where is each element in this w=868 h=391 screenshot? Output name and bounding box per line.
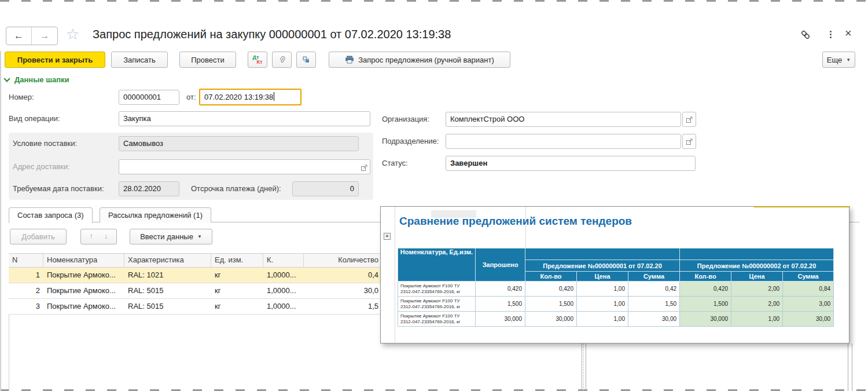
column-header-quantity: Количество [304,254,382,267]
dtkt-icon: Дт Кт [253,55,263,64]
comparison-row[interactable]: Покрытие Армокот F100 ТУ 2312-047-233547… [398,282,834,297]
required-date-label: Требуемая дата поставки: [13,181,104,196]
comparison-row[interactable]: Покрытие Армокот F100 ТУ 2312-047-233547… [398,297,834,312]
app-window: ← → ☆ Запрос предложений на закупку 0000… [0,0,868,391]
attachments-button[interactable] [272,52,292,68]
department-field[interactable] [446,134,681,149]
dtkt-button[interactable]: Дт Кт [248,52,267,68]
comparison-table: Номенклатура, Ед.изм. Запрошено Предложе… [398,248,834,327]
comparison-title: Сравнение предложений систем тендеров [399,215,632,228]
date-label: от: [186,90,196,105]
status-label: Статус: [382,156,408,171]
comparison-header-requested[interactable]: Запрошено [476,249,525,282]
comparison-header-qty[interactable]: Кол-во [680,272,731,282]
window-left-edge [0,51,1,391]
organization-field[interactable]: КомплектСтрой ООО [446,112,681,127]
close-icon[interactable]: × [845,27,852,40]
comparison-header-offer1[interactable]: Предложение №000000001 от 07.02.20 [525,260,680,272]
related-documents-icon [303,55,310,64]
column-header-n: N [9,254,43,267]
open-icon[interactable] [361,162,368,174]
organization-open-button[interactable] [682,112,696,127]
background-window-dashed-line [583,344,584,391]
background-window-line [848,344,848,391]
comparison-header-offer2[interactable]: Предложение №000000002 от 07.02.20 [680,260,834,272]
save-button[interactable]: Записать [111,52,168,68]
column-header-k: К. [263,254,304,267]
deferral-field[interactable]: 0 [292,181,359,196]
background-window-line [586,344,586,391]
link-icon[interactable] [800,29,811,41]
add-button[interactable]: Добавить [10,229,67,244]
tab-mailing[interactable]: Рассылка предложений (1) [100,207,211,222]
enter-data-button[interactable]: Ввести данные ▼ [130,229,212,244]
status-field[interactable]: Завершен [446,156,696,171]
chevron-down-icon: ▼ [846,57,851,63]
table-row[interactable]: 2 Покрытие Армоко... RAL: 5015 кг 1,0000… [9,283,382,299]
post-button[interactable]: Провести [179,52,236,68]
delivery-condition-label: Условие поставки: [13,136,77,151]
printer-icon [345,56,354,64]
comparison-header-spacer [525,249,680,260]
tab-request-items[interactable]: Состав запроса (3) [9,207,93,223]
post-and-close-button[interactable]: Провести и закрыть [5,52,105,68]
chevron-down-icon [3,75,10,82]
kebab-menu-icon[interactable] [826,29,834,39]
spreadsheet-gutter-line [395,207,395,343]
print-request-button[interactable]: Запрос предложения (ручной вариант) [329,52,510,68]
nav-buttons: ← → [6,27,58,45]
active-window-top-border [754,206,850,207]
number-label: Номер: [9,90,34,105]
arrow-up-icon: → [86,233,94,240]
comparison-window: + Сравнение предложений систем тендеров … [380,206,849,344]
comparison-header-sum[interactable]: Сумма [783,272,834,282]
open-icon [686,138,693,145]
department-open-button[interactable] [682,134,696,149]
back-button[interactable]: ← [6,27,32,45]
items-table-header: N Номенклатура Характеристика Ед. изм. К… [9,253,382,268]
operation-field[interactable]: Закупка [119,111,370,126]
required-date-field[interactable]: 28.02.2020 [119,181,179,196]
operation-label: Вид операции: [9,111,60,126]
page-title: Запрос предложений на закупку 000000001 … [93,28,451,41]
delivery-address-field[interactable] [119,159,370,174]
organization-label: Организация: [382,112,429,127]
background-window-line [582,344,582,391]
favorite-star-icon[interactable]: ☆ [66,25,79,43]
expand-group-button[interactable]: + [384,233,391,240]
column-header-nomenclature: Номенклатура [43,254,124,267]
paperclip-icon [278,55,285,64]
background-window-line [852,344,852,391]
comparison-header-sum[interactable]: Сумма [628,272,680,282]
header-data-section-toggle[interactable]: Данные шапки [5,75,69,84]
department-label: Подразделение: [382,134,439,149]
comparison-header-price[interactable]: Цена [577,272,628,282]
comparison-header-nomenclature[interactable]: Номенклатура, Ед.изм. [398,249,476,282]
text-cursor [274,92,274,101]
number-field[interactable]: 000000001 [119,90,179,105]
deferral-label: Отсрочка платежа (дней): [191,181,281,196]
column-header-unit: Ед. изм. [211,254,263,267]
forward-button[interactable]: → [32,27,57,45]
arrow-down-icon: → [103,233,112,240]
table-row[interactable]: 1 Покрытие Армоко... RAL: 1021 кг 1,0000… [9,268,382,283]
forward-arrow-icon: → [40,30,50,42]
chevron-down-icon: ▼ [197,234,202,239]
date-field[interactable]: 07.02.2020 13:19:38 [199,89,301,105]
table-row[interactable]: 3 Покрытие Армоко... RAL: 5015 кг 1,0000… [9,299,382,315]
comparison-header-price[interactable]: Цена [731,272,783,282]
back-arrow-icon: ← [14,30,24,42]
delivery-address-label: Адрес доставки: [13,159,70,174]
open-icon [686,116,693,123]
delivery-condition-field[interactable]: Самовывоз [119,136,359,151]
more-button[interactable]: Еще ▼ [822,52,855,68]
comparison-row[interactable]: Покрытие Армокот F100 ТУ 2312-047-233547… [398,312,834,327]
column-header-characteristic: Характеристика [124,254,211,267]
comparison-header-qty[interactable]: Кол-во [525,272,577,282]
structure-button[interactable] [296,52,316,68]
move-up-button[interactable]: → [80,229,99,244]
move-down-button[interactable]: → [98,229,117,244]
comparison-header-spacer [680,249,834,260]
crop-mark-top [0,0,868,2]
